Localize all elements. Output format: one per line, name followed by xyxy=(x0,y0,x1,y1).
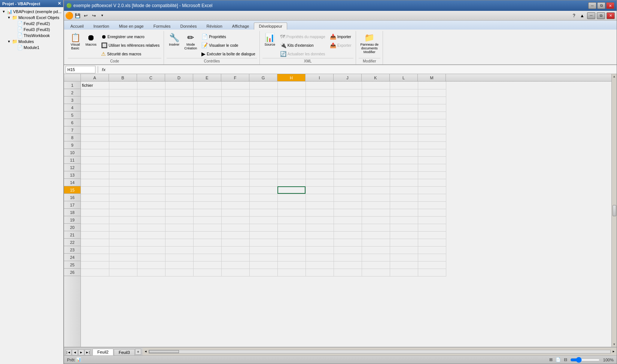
cell-f16[interactable] xyxy=(221,194,249,201)
cell-b21[interactable] xyxy=(109,231,137,239)
cell-h2[interactable] xyxy=(277,89,306,97)
cell-h21[interactable] xyxy=(277,231,306,239)
cell-a1[interactable]: fichier xyxy=(81,82,109,89)
cell-k26[interactable] xyxy=(362,269,390,276)
cell-a14[interactable] xyxy=(81,179,109,186)
cell-e6[interactable] xyxy=(193,119,221,126)
cell-c14[interactable] xyxy=(137,179,165,186)
cell-d20[interactable] xyxy=(165,224,193,231)
cell-i8[interactable] xyxy=(306,134,334,141)
cell-k25[interactable] xyxy=(362,261,390,269)
cell-h20[interactable] xyxy=(277,224,306,231)
col-header-e[interactable]: E xyxy=(193,74,221,81)
row-header-16[interactable]: 16 xyxy=(64,194,80,201)
cell-m14[interactable] xyxy=(418,179,446,186)
col-header-l[interactable]: L xyxy=(390,74,418,81)
save-button[interactable]: 💾 xyxy=(74,12,81,19)
cell-a24[interactable] xyxy=(81,254,109,261)
cell-a7[interactable] xyxy=(81,126,109,134)
cell-b15[interactable] xyxy=(109,186,137,194)
row-header-9[interactable]: 9 xyxy=(64,141,80,149)
utiliser-references-button[interactable]: 🔲 Utiliser les références relatives xyxy=(99,41,161,49)
cell-l26[interactable] xyxy=(390,269,418,276)
cell-a11[interactable] xyxy=(81,156,109,164)
cell-c8[interactable] xyxy=(137,134,165,141)
cell-k11[interactable] xyxy=(362,156,390,164)
row-header-19[interactable]: 19 xyxy=(64,216,80,224)
cell-j10[interactable] xyxy=(334,149,362,156)
cell-k7[interactable] xyxy=(362,126,390,134)
panneau-documents-button[interactable]: 📁 Panneau dedocumentsModifier xyxy=(359,33,381,55)
cell-g16[interactable] xyxy=(249,194,277,201)
cell-c7[interactable] xyxy=(137,126,165,134)
excel-restore-button[interactable]: ⧉ xyxy=(597,12,605,19)
cell-b1[interactable] xyxy=(109,82,137,89)
cell-l7[interactable] xyxy=(390,126,418,134)
row-header-13[interactable]: 13 xyxy=(64,171,80,179)
cell-k20[interactable] xyxy=(362,224,390,231)
cell-k19[interactable] xyxy=(362,216,390,224)
tree-item-thisworkbook[interactable]: 📄 ThisWorkbook xyxy=(12,33,62,39)
cell-h23[interactable] xyxy=(277,246,306,254)
cell-e8[interactable] xyxy=(193,134,221,141)
tab-formules[interactable]: Formules xyxy=(149,22,176,30)
cell-j12[interactable] xyxy=(334,164,362,171)
scroll-up-button[interactable]: ▲ xyxy=(613,75,616,78)
col-header-k[interactable]: K xyxy=(362,74,390,81)
cell-e14[interactable] xyxy=(193,179,221,186)
cell-f2[interactable] xyxy=(221,89,249,97)
tab-mise-en-page[interactable]: Mise en page xyxy=(114,22,149,30)
cell-j7[interactable] xyxy=(334,126,362,134)
cell-m9[interactable] xyxy=(418,141,446,149)
cell-m10[interactable] xyxy=(418,149,446,156)
cell-m22[interactable] xyxy=(418,239,446,246)
cell-d25[interactable] xyxy=(165,261,193,269)
cell-e21[interactable] xyxy=(193,231,221,239)
cell-g9[interactable] xyxy=(249,141,277,149)
cell-c1[interactable] xyxy=(137,82,165,89)
col-header-h[interactable]: H xyxy=(277,74,306,81)
cell-g7[interactable] xyxy=(249,126,277,134)
minimize-button[interactable]: ─ xyxy=(588,2,596,9)
cell-l6[interactable] xyxy=(390,119,418,126)
cell-l19[interactable] xyxy=(390,216,418,224)
tree-item-modules[interactable]: ▼ 📁 Modules xyxy=(7,39,62,45)
ribbon-minimize-button[interactable]: ▲ xyxy=(578,12,586,19)
cell-e12[interactable] xyxy=(193,164,221,171)
cell-h24[interactable] xyxy=(277,254,306,261)
cell-h17[interactable] xyxy=(277,201,306,209)
cell-d4[interactable] xyxy=(165,104,193,111)
tab-accueil[interactable]: Accueil xyxy=(66,22,88,30)
cell-m18[interactable] xyxy=(418,209,446,216)
cell-f19[interactable] xyxy=(221,216,249,224)
cell-h11[interactable] xyxy=(277,156,306,164)
cell-k21[interactable] xyxy=(362,231,390,239)
cell-f9[interactable] xyxy=(221,141,249,149)
cell-m20[interactable] xyxy=(418,224,446,231)
cell-d3[interactable] xyxy=(165,97,193,104)
cell-j16[interactable] xyxy=(334,194,362,201)
cell-i2[interactable] xyxy=(306,89,334,97)
cell-g17[interactable] xyxy=(249,201,277,209)
cell-h25[interactable] xyxy=(277,261,306,269)
cell-l13[interactable] xyxy=(390,171,418,179)
cell-g26[interactable] xyxy=(249,269,277,276)
scroll-thumb[interactable] xyxy=(613,205,616,216)
cell-b19[interactable] xyxy=(109,216,137,224)
cell-e5[interactable] xyxy=(193,111,221,119)
cell-i23[interactable] xyxy=(306,246,334,254)
cell-h10[interactable] xyxy=(277,149,306,156)
actualiser-donnees-button[interactable]: 🔄 Actualiser les données xyxy=(278,50,327,58)
row-header-21[interactable]: 21 xyxy=(64,231,80,239)
zoom-slider[interactable] xyxy=(570,357,600,363)
cell-b7[interactable] xyxy=(109,126,137,134)
cell-m21[interactable] xyxy=(418,231,446,239)
corner-cell[interactable] xyxy=(64,74,81,81)
tree-item-vbaproject[interactable]: ▼ 📊 VBAProject (exemple pd... xyxy=(1,9,62,15)
cell-j19[interactable] xyxy=(334,216,362,224)
cell-g22[interactable] xyxy=(249,239,277,246)
cell-g19[interactable] xyxy=(249,216,277,224)
cells-container[interactable]: fichier xyxy=(81,82,611,347)
cell-f13[interactable] xyxy=(221,171,249,179)
cell-i7[interactable] xyxy=(306,126,334,134)
